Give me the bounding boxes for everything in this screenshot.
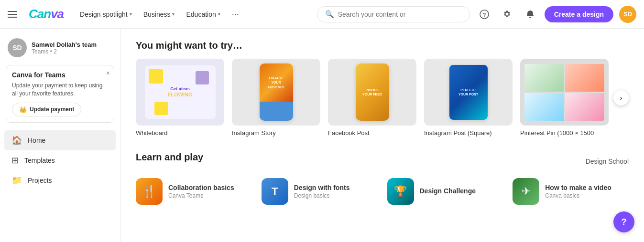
pin-img-2 xyxy=(565,64,604,92)
cards-next-arrow[interactable]: › xyxy=(613,90,629,105)
card-whiteboard[interactable]: Get ideas FLOWING Whiteboard xyxy=(136,59,224,137)
learn-card-video[interactable]: ✈ How to make a video Canva basics xyxy=(513,178,629,205)
collab-icon: 🍴 xyxy=(136,178,163,205)
whiteboard-text-line1: Get ideas xyxy=(168,86,193,92)
header-right: 🔍 ? Create a design SD xyxy=(317,6,636,23)
avatar[interactable]: SD xyxy=(619,6,636,23)
card-facebook-post[interactable]: INSPIRE YOUR FEED Facebook Post xyxy=(328,59,416,137)
sidebar-avatar: SD xyxy=(8,38,27,57)
learn-section-title: Learn and play xyxy=(136,152,203,163)
help-icon-button[interactable]: ? xyxy=(476,6,493,23)
fonts-subtitle: Design basics xyxy=(294,192,350,199)
sidebar-item-label: Home xyxy=(28,137,45,144)
search-icon: 🔍 xyxy=(325,10,334,19)
chevron-down-icon: ▾ xyxy=(130,11,132,17)
create-design-button[interactable]: Create a design xyxy=(545,6,613,22)
bell-icon-button[interactable] xyxy=(522,6,539,23)
facebook-post-thumb: INSPIRE YOUR FEED xyxy=(328,59,416,126)
card-instagram-square[interactable]: PERFECT YOUR POST Instagram Post (Square… xyxy=(424,59,513,137)
sidebar: SD Samwel Dollah's team Teams • 2 × Canv… xyxy=(0,29,120,242)
sidebar-item-templates[interactable]: ⊞ Templates xyxy=(4,150,116,170)
learn-card-collab[interactable]: 🍴 Collaboration basics Canva Teams xyxy=(136,178,252,205)
crown-icon: 👑 xyxy=(19,106,27,113)
nav-business[interactable]: Business ▾ xyxy=(139,8,180,21)
pin-img-4 xyxy=(565,93,604,121)
card-pinterest[interactable]: Pinterest Pin (1000 × 1500 xyxy=(520,59,609,137)
ig-text: ENGAGE YOUR AUDIENCE xyxy=(267,76,285,89)
sidebar-user-info: Samwel Dollah's team Teams • 2 xyxy=(32,41,97,55)
igsq-img: PERFECT YOUR POST xyxy=(449,65,488,120)
promo-close-button[interactable]: × xyxy=(106,69,110,77)
learn-card-challenge[interactable]: 🏆 Design Challenge xyxy=(387,178,503,205)
pin-img-3 xyxy=(524,93,564,121)
instagram-story-label: Instagram Story xyxy=(232,129,320,137)
pinterest-thumb xyxy=(520,59,609,126)
instagram-square-label: Instagram Post (Square) xyxy=(424,129,513,137)
sidebar-nav: 🏠 Home ⊞ Templates 📁 Projects xyxy=(0,128,120,192)
whiteboard-text-line2: FLOWING xyxy=(168,92,193,98)
collab-info: Collaboration basics Canva Teams xyxy=(168,184,234,199)
design-school-link[interactable]: Design School xyxy=(586,158,629,165)
hamburger-menu[interactable] xyxy=(8,11,17,18)
update-payment-label: Update payment xyxy=(30,106,74,113)
canva-logo[interactable]: Canva xyxy=(29,7,64,21)
sidebar-user: SD Samwel Dollah's team Teams • 2 xyxy=(0,34,120,63)
learn-card-fonts[interactable]: T Design with fonts Design basics xyxy=(262,178,378,205)
search-bar[interactable]: 🔍 xyxy=(317,6,470,22)
update-payment-button[interactable]: 👑 Update payment xyxy=(12,103,81,116)
sidebar-item-label: Templates xyxy=(24,157,55,164)
sticky-yellow2 xyxy=(154,102,168,115)
ig-phone: ENGAGE YOUR AUDIENCE xyxy=(260,63,293,121)
video-title: How to make a video xyxy=(545,184,611,191)
nav-more-button[interactable]: ··· xyxy=(227,6,244,22)
chevron-down-icon: ▾ xyxy=(218,11,220,17)
instagram-story-thumb: ENGAGE YOUR AUDIENCE xyxy=(232,59,320,126)
help-button[interactable]: ? xyxy=(613,211,634,232)
fb-phone-img: INSPIRE YOUR FEED xyxy=(356,63,389,121)
sticky-purple xyxy=(196,71,209,84)
header: Canva Design spotlight ▾ Business ▾ Educ… xyxy=(0,0,644,29)
collab-subtitle: Canva Teams xyxy=(168,192,234,199)
fonts-icon: T xyxy=(262,178,288,205)
learn-section-header: Learn and play Design School xyxy=(136,152,629,170)
fb-text: INSPIRE YOUR FEED xyxy=(362,88,382,96)
header-left: Canva Design spotlight ▾ Business ▾ Educ… xyxy=(8,6,244,22)
pin-img-1 xyxy=(524,64,564,92)
ig-phone-img: ENGAGE YOUR AUDIENCE xyxy=(260,63,293,102)
video-icon: ✈ xyxy=(513,178,539,205)
learn-cards: 🍴 Collaboration basics Canva Teams T Des… xyxy=(136,178,629,205)
sidebar-item-label: Projects xyxy=(28,177,52,184)
facebook-post-label: Facebook Post xyxy=(328,129,416,137)
sidebar-item-projects[interactable]: 📁 Projects xyxy=(4,170,116,190)
sidebar-item-home[interactable]: 🏠 Home xyxy=(4,130,116,150)
fonts-title: Design with fonts xyxy=(294,184,350,191)
fb-phone: INSPIRE YOUR FEED xyxy=(356,63,389,121)
collab-title: Collaboration basics xyxy=(168,184,234,191)
sticky-yellow xyxy=(149,69,163,84)
whiteboard-text: Get ideas FLOWING xyxy=(164,86,196,98)
igsq-phone: PERFECT YOUR POST xyxy=(449,65,488,120)
ig-bottom xyxy=(260,102,293,121)
try-cards-wrapper: Get ideas FLOWING Whiteboard ENGA xyxy=(136,59,629,137)
card-instagram-story[interactable]: ENGAGE YOUR AUDIENCE Instagram Story xyxy=(232,59,320,137)
video-info: How to make a video Canva basics xyxy=(545,184,611,199)
search-input[interactable] xyxy=(338,11,462,18)
sidebar-promo: × Canva for Teams Update your payment to… xyxy=(6,65,114,123)
pinterest-label: Pinterest Pin (1000 × 1500 xyxy=(520,129,609,137)
main-content: You might want to try… Get ideas FLOWING xyxy=(120,29,644,242)
igsq-text: PERFECT YOUR POST xyxy=(458,88,478,96)
try-section-title: You might want to try… xyxy=(136,40,629,51)
fonts-info: Design with fonts Design basics xyxy=(294,184,350,199)
settings-icon-button[interactable] xyxy=(499,6,516,23)
try-cards-row: Get ideas FLOWING Whiteboard ENGA xyxy=(136,59,629,137)
nav-design-spotlight[interactable]: Design spotlight ▾ xyxy=(75,8,137,21)
svg-text:?: ? xyxy=(482,11,486,17)
templates-icon: ⊞ xyxy=(11,155,19,166)
challenge-info: Design Challenge xyxy=(420,187,476,196)
whiteboard-thumb: Get ideas FLOWING xyxy=(136,59,224,126)
pin-collage xyxy=(524,64,604,121)
challenge-icon: 🏆 xyxy=(387,178,414,205)
chevron-down-icon: ▾ xyxy=(172,11,175,17)
promo-text: Update your payment to keep using all yo… xyxy=(12,82,108,98)
nav-education[interactable]: Education ▾ xyxy=(181,8,225,21)
